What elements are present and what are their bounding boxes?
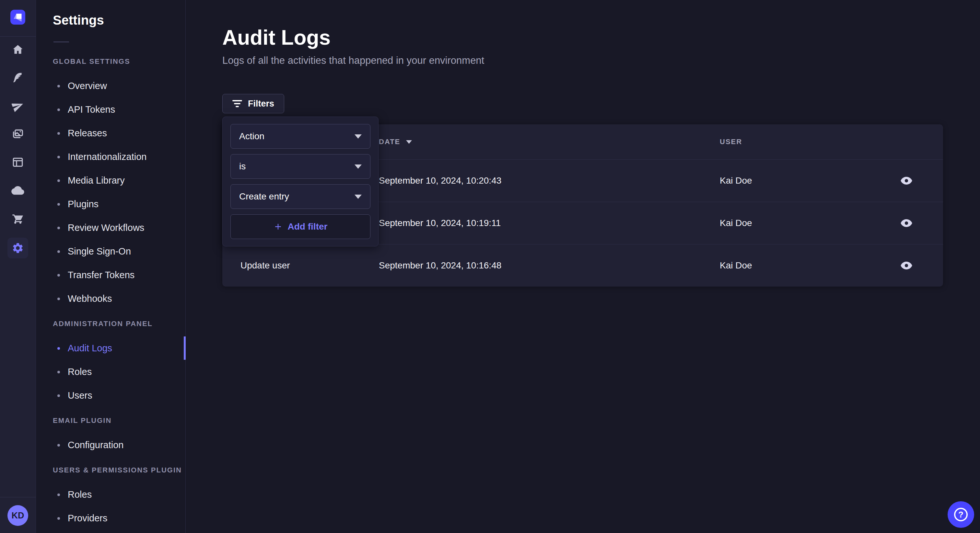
app-layout-icon[interactable] [9, 153, 27, 171]
subnav-title: Settings [53, 12, 185, 29]
bullet-icon [57, 108, 60, 111]
subnav-item-transfer-tokens[interactable]: Transfer Tokens [36, 263, 185, 287]
subnav-item-plugins[interactable]: Plugins [36, 192, 185, 216]
strapi-logo[interactable] [10, 10, 25, 25]
email-plugin-list: Configuration [36, 433, 185, 457]
eye-icon [900, 259, 913, 272]
filter-operator-select[interactable]: is [231, 154, 371, 179]
marketplace-cart-icon[interactable] [9, 209, 27, 228]
bullet-icon [57, 85, 60, 87]
column-header-user: User [720, 138, 742, 146]
section-label-global-settings: Global Settings [53, 57, 185, 67]
bullet-icon [57, 132, 60, 135]
eye-icon [900, 174, 913, 187]
filter-field-select[interactable]: Action [231, 124, 371, 149]
user-cell: Kai Doe [720, 260, 752, 271]
subnav-item-users[interactable]: Users [36, 384, 185, 408]
quill-icon[interactable] [9, 69, 27, 87]
eye-icon [900, 217, 913, 230]
bullet-icon [57, 156, 60, 159]
rail-footer: KD [0, 497, 36, 533]
date-cell: September 10, 2024, 10:20:43 [379, 176, 501, 186]
subnav-item-audit-logs[interactable]: Audit Logs [36, 336, 185, 360]
sort-desc-icon [406, 140, 412, 144]
plus-icon [274, 222, 283, 231]
bullet-icon [57, 444, 60, 447]
avatar[interactable]: KD [8, 505, 28, 526]
page-subtitle: Logs of all the activities that happened… [222, 54, 980, 67]
subnav-item-review-workflows[interactable]: Review Workflows [36, 216, 185, 240]
view-details-button[interactable] [897, 214, 915, 232]
paper-plane-icon[interactable] [9, 97, 27, 115]
subnav-item-api-tokens[interactable]: API Tokens [36, 98, 185, 121]
bullet-icon [57, 203, 60, 206]
section-label-email-plugin: Email Plugin [53, 416, 185, 425]
chevron-down-icon [355, 195, 362, 199]
rail-icon-list [8, 40, 28, 259]
action-cell: Update user [240, 260, 290, 271]
chevron-down-icon [355, 165, 362, 169]
view-details-button[interactable] [897, 171, 915, 190]
section-label-users-permissions-plugin: Users & Permissions plugin [53, 465, 185, 475]
help-button[interactable]: ? [948, 501, 974, 528]
subnav-item-internationalization[interactable]: Internationalization [36, 145, 185, 169]
bullet-icon [57, 250, 60, 253]
bullet-icon [57, 227, 60, 229]
subnav-item-webhooks[interactable]: Webhooks [36, 287, 185, 311]
users-permissions-list: Roles Providers [36, 483, 185, 530]
media-library-icon[interactable] [9, 125, 27, 143]
bullet-icon [57, 179, 60, 182]
bullet-icon [57, 347, 60, 350]
cloud-icon[interactable] [9, 181, 27, 200]
filter-value-select[interactable]: Create entry [231, 184, 371, 209]
subnav-item-configuration[interactable]: Configuration [36, 433, 185, 457]
main-nav-rail: KD [0, 0, 36, 533]
bullet-icon [57, 517, 60, 520]
filters-button[interactable]: Filters [222, 94, 284, 113]
home-icon[interactable] [9, 40, 27, 59]
bullet-icon [57, 371, 60, 373]
date-cell: September 10, 2024, 10:16:48 [379, 260, 501, 271]
divider [0, 36, 36, 36]
main-content: Audit Logs Logs of all the activities th… [186, 0, 980, 533]
bullet-icon [57, 394, 60, 397]
user-cell: Kai Doe [720, 176, 752, 186]
add-filter-button[interactable]: Add filter [231, 214, 371, 239]
strapi-logo-icon [10, 10, 25, 25]
column-header-date[interactable]: Date [379, 138, 412, 146]
chevron-down-icon [355, 134, 362, 139]
subnav-item-roles-up[interactable]: Roles [36, 483, 185, 506]
subnav-item-media-library[interactable]: Media Library [36, 169, 185, 192]
global-settings-list: Overview API Tokens Releases Internation… [36, 74, 185, 311]
user-cell: Kai Doe [720, 218, 752, 228]
bullet-icon [57, 493, 60, 496]
active-item-indicator [184, 336, 186, 360]
bullet-icon [57, 274, 60, 276]
view-details-button[interactable] [897, 257, 915, 274]
administration-panel-list: Audit Logs Roles Users [36, 336, 185, 408]
bullet-icon [57, 298, 60, 300]
filter-icon [232, 100, 242, 107]
subnav-item-single-sign-on[interactable]: Single Sign-On [36, 240, 185, 263]
subnav-item-overview[interactable]: Overview [36, 74, 185, 98]
filters-popover: Action is Create entry Add filter [222, 117, 379, 246]
subnav-item-providers[interactable]: Providers [36, 506, 185, 530]
settings-subnav: Settings Global Settings Overview API To… [36, 0, 186, 533]
section-label-administration-panel: Administration Panel [53, 319, 185, 329]
divider [54, 41, 69, 43]
subnav-item-releases[interactable]: Releases [36, 121, 185, 145]
question-mark-icon: ? [954, 508, 968, 521]
date-cell: September 10, 2024, 10:19:11 [379, 218, 501, 228]
page-title: Audit Logs [222, 25, 980, 50]
settings-icon[interactable] [8, 238, 28, 259]
subnav-item-roles-admin[interactable]: Roles [36, 360, 185, 384]
table-row[interactable]: Update user September 10, 2024, 10:16:48… [222, 244, 943, 287]
